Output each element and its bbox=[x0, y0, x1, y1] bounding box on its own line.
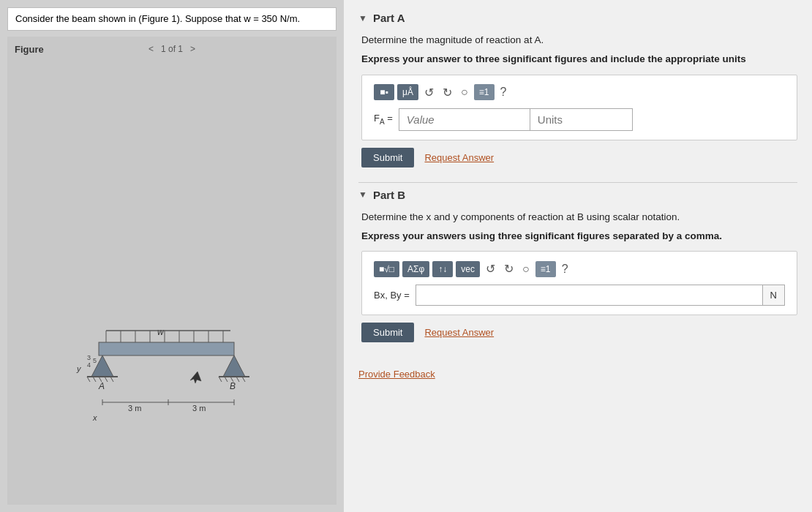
part-a-redo-btn[interactable]: ↻ bbox=[440, 84, 455, 101]
svg-text:3: 3 bbox=[87, 354, 91, 361]
part-a-toggle[interactable]: ▼ bbox=[358, 13, 367, 23]
right-panel: ▼ Part A Determine the magnitude of reac… bbox=[344, 0, 812, 512]
svg-line-23 bbox=[225, 377, 228, 382]
part-b-instruction1: Determine the x and y components of reac… bbox=[361, 210, 797, 225]
part-b-value-input[interactable] bbox=[416, 285, 763, 306]
beam-svg: w bbox=[55, 322, 289, 483]
part-a-body: Determine the magnitude of reaction at A… bbox=[358, 33, 797, 167]
part-a-label: FA = bbox=[374, 113, 393, 126]
figure-prev-btn[interactable]: < bbox=[146, 42, 157, 56]
part-b-sigma-btn[interactable]: ΑΣφ bbox=[402, 261, 429, 277]
part-b-undo-btn[interactable]: ↺ bbox=[483, 260, 498, 277]
left-panel: Consider the beam shown in (Figure 1). S… bbox=[0, 0, 344, 512]
problem-statement: Consider the beam shown in (Figure 1). S… bbox=[7, 7, 337, 31]
part-b-keyboard-btn[interactable]: ≡1 bbox=[535, 261, 556, 277]
part-a-value-input[interactable] bbox=[399, 108, 530, 131]
part-a-instruction2: Express your answer to three significant… bbox=[361, 52, 797, 67]
figure-nav[interactable]: < 1 of 1 > bbox=[146, 42, 198, 56]
part-b-header[interactable]: ▼ Part B bbox=[358, 189, 797, 201]
figure-page: 1 of 1 bbox=[161, 44, 183, 54]
svg-line-22 bbox=[219, 377, 222, 382]
part-a-request-btn[interactable]: Request Answer bbox=[424, 152, 494, 163]
part-a-section: ▼ Part A Determine the magnitude of reac… bbox=[358, 12, 797, 167]
part-b-sqrt-btn[interactable]: ■√□ bbox=[374, 261, 399, 277]
svg-marker-39 bbox=[190, 372, 201, 383]
svg-text:3 m: 3 m bbox=[128, 404, 141, 413]
part-a-mu-btn[interactable]: μÅ bbox=[397, 84, 418, 100]
svg-text:A: A bbox=[98, 381, 105, 391]
part-a-answer-box: ■▪ μÅ ↺ ↻ ○ ≡1 ? FA = bbox=[361, 75, 797, 140]
part-b-body: Determine the x and y components of reac… bbox=[358, 210, 797, 343]
part-a-header[interactable]: ▼ Part A bbox=[358, 12, 797, 24]
part-a-undo-btn[interactable]: ↺ bbox=[421, 84, 437, 101]
svg-line-14 bbox=[87, 377, 90, 382]
part-b-section: ▼ Part B Determine the x and y component… bbox=[358, 189, 797, 343]
part-b-action-row: Submit Request Answer bbox=[361, 323, 797, 342]
part-b-request-btn[interactable]: Request Answer bbox=[424, 327, 494, 338]
part-a-toolbar: ■▪ μÅ ↺ ↻ ○ ≡1 ? bbox=[374, 84, 785, 101]
figure-next-btn[interactable]: > bbox=[187, 42, 198, 56]
part-b-toolbar: ■√□ ΑΣφ ↑↓ vec ↺ ↻ ○ ≡1 ? bbox=[374, 260, 785, 277]
part-b-title: Part B bbox=[373, 189, 405, 201]
figure-label: Figure bbox=[15, 44, 44, 55]
part-b-refresh-btn[interactable]: ○ bbox=[519, 261, 533, 277]
part-b-input-row: Bx, By = N bbox=[374, 285, 785, 306]
part-a-action-row: Submit Request Answer bbox=[361, 148, 797, 167]
svg-text:5: 5 bbox=[93, 357, 97, 364]
part-a-instruction1: Determine the magnitude of reaction at A… bbox=[361, 33, 797, 48]
svg-line-18 bbox=[110, 377, 113, 382]
part-b-toggle[interactable]: ▼ bbox=[358, 189, 367, 200]
part-a-format-btn[interactable]: ■▪ bbox=[374, 84, 394, 100]
part-b-answer-box: ■√□ ΑΣφ ↑↓ vec ↺ ↻ ○ ≡1 ? Bx, By = N bbox=[361, 251, 797, 315]
part-b-arrow-btn[interactable]: ↑↓ bbox=[432, 261, 453, 277]
svg-line-15 bbox=[93, 377, 96, 382]
svg-text:B: B bbox=[230, 381, 236, 391]
svg-text:4: 4 bbox=[87, 361, 91, 369]
svg-text:x: x bbox=[92, 413, 97, 422]
part-b-units-badge: N bbox=[763, 285, 785, 306]
part-b-submit-btn[interactable]: Submit bbox=[361, 323, 414, 342]
svg-text:w: w bbox=[157, 327, 165, 337]
provide-feedback-btn[interactable]: Provide Feedback bbox=[358, 369, 435, 380]
part-b-vec-btn[interactable]: vec bbox=[456, 261, 480, 277]
part-a-help-btn[interactable]: ? bbox=[497, 84, 510, 100]
part-b-help-btn[interactable]: ? bbox=[559, 261, 571, 277]
svg-rect-11 bbox=[99, 342, 234, 355]
svg-line-17 bbox=[105, 377, 108, 382]
svg-line-26 bbox=[242, 377, 245, 382]
problem-text: Consider the beam shown in (Figure 1). S… bbox=[15, 13, 300, 24]
part-a-refresh-btn[interactable]: ○ bbox=[458, 84, 471, 100]
part-a-units-input[interactable] bbox=[530, 108, 633, 131]
part-b-instruction2: Express your answers using three signifi… bbox=[361, 229, 797, 244]
part-b-redo-btn[interactable]: ↻ bbox=[501, 260, 516, 277]
part-a-submit-btn[interactable]: Submit bbox=[361, 148, 414, 167]
part-a-input-row: FA = bbox=[374, 108, 785, 131]
svg-marker-20 bbox=[223, 355, 245, 377]
svg-text:y: y bbox=[76, 364, 82, 373]
svg-text:3 m: 3 m bbox=[192, 404, 206, 413]
part-a-title: Part A bbox=[373, 12, 405, 24]
part-a-keyboard-btn[interactable]: ≡1 bbox=[474, 84, 495, 100]
beam-diagram: w bbox=[55, 322, 289, 483]
svg-line-25 bbox=[236, 377, 239, 382]
part-b-label: Bx, By = bbox=[374, 290, 410, 301]
figure-area: Figure < 1 of 1 > w bbox=[7, 37, 337, 505]
